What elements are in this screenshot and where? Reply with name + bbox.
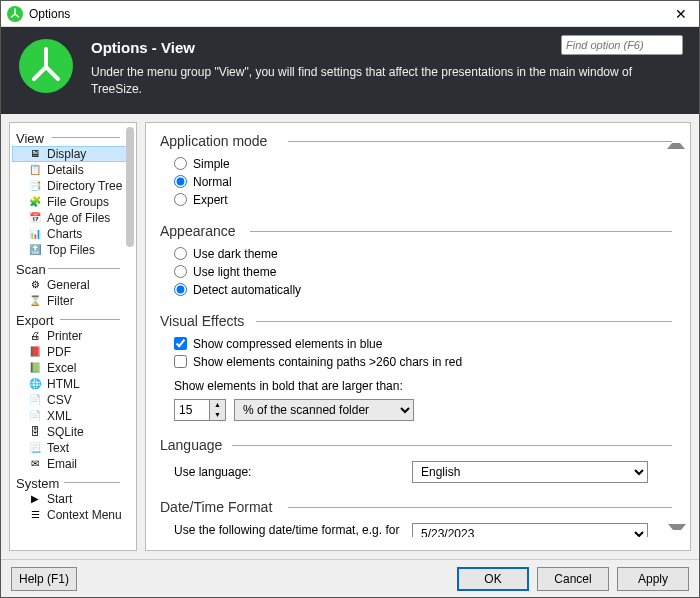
sidebar-group-system: System (12, 474, 134, 491)
header-description: Under the menu group "View", you will fi… (91, 64, 681, 98)
sidebar-item-xml[interactable]: 📄XML (12, 408, 134, 424)
ok-button[interactable]: OK (457, 567, 529, 591)
email-icon: ✉ (28, 457, 42, 471)
sidebar-item-printer[interactable]: 🖨Printer (12, 328, 134, 344)
sidebar-item-general[interactable]: ⚙General (12, 277, 134, 293)
sidebar-item-label: Printer (47, 329, 82, 343)
radio-appmode-expert[interactable] (174, 193, 187, 206)
sidebar-item-label: Directory Tree (47, 179, 122, 193)
content-panel: Application mode SimpleNormalExpert Appe… (145, 122, 691, 551)
sidebar-item-charts[interactable]: 📊Charts (12, 226, 134, 242)
radio-appearance-detect-automatically[interactable] (174, 283, 187, 296)
app-icon (7, 6, 23, 22)
radio-appmode-simple[interactable] (174, 157, 187, 170)
bold-unit-select[interactable]: % of the scanned folder (234, 399, 414, 421)
radio-appmode-normal[interactable] (174, 175, 187, 188)
radio-appearance-use-light-theme[interactable] (174, 265, 187, 278)
html-icon: 🌐 (28, 377, 42, 391)
section-language: Language Use language: English (160, 437, 672, 485)
close-button[interactable]: ✕ (669, 6, 693, 22)
radio-appearance-label-use-light-theme[interactable]: Use light theme (193, 265, 276, 279)
checkbox-longpath-red[interactable] (174, 355, 187, 368)
section-title-visual: Visual Effects (160, 313, 672, 329)
sidebar-item-label: CSV (47, 393, 72, 407)
header-icon (19, 39, 73, 93)
radio-appmode-label-normal[interactable]: Normal (193, 175, 232, 189)
charts-icon: 📊 (28, 227, 42, 241)
sidebar-item-text[interactable]: 📃Text (12, 440, 134, 456)
sidebar-item-directory-tree[interactable]: 📑Directory Tree (12, 178, 134, 194)
csv-icon: 📄 (28, 393, 42, 407)
spin-up[interactable]: ▲ (210, 400, 225, 410)
age-of-files-icon: 📅 (28, 211, 42, 225)
checkbox-longpath-red-label[interactable]: Show elements containing paths >260 char… (193, 355, 462, 369)
section-title-language: Language (160, 437, 672, 453)
text-icon: 📃 (28, 441, 42, 455)
header: Options - View Under the menu group "Vie… (1, 27, 699, 114)
top-files-icon: 🔝 (28, 243, 42, 257)
sqlite-icon: 🗄 (28, 425, 42, 439)
sidebar-item-pdf[interactable]: 📕PDF (12, 344, 134, 360)
button-bar: Help (F1) OK Cancel Apply (1, 559, 699, 597)
radio-appearance-use-dark-theme[interactable] (174, 247, 187, 260)
section-appearance: Appearance Use dark themeUse light theme… (160, 223, 672, 299)
sidebar-item-sqlite[interactable]: 🗄SQLite (12, 424, 134, 440)
sidebar-item-label: XML (47, 409, 72, 423)
datetime-label: Use the following date/time format, e.g.… (174, 523, 404, 537)
sidebar-item-label: Charts (47, 227, 82, 241)
sidebar-item-context-menu[interactable]: ☰Context Menu (12, 507, 134, 523)
sidebar-group-export: Export (12, 311, 134, 328)
sidebar-item-age-of-files[interactable]: 📅Age of Files (12, 210, 134, 226)
radio-appearance-label-use-dark-theme[interactable]: Use dark theme (193, 247, 278, 261)
sidebar-item-csv[interactable]: 📄CSV (12, 392, 134, 408)
radio-appmode-label-simple[interactable]: Simple (193, 157, 230, 171)
section-visual: Visual Effects Show compressed elements … (160, 313, 672, 423)
section-datetime: Date/Time Format Use the following date/… (160, 499, 672, 537)
sidebar-item-label: Context Menu (47, 508, 122, 522)
display-icon: 🖥 (28, 147, 42, 161)
general-icon: ⚙ (28, 278, 42, 292)
section-title-app-mode: Application mode (160, 133, 672, 149)
sidebar-item-label: Filter (47, 294, 74, 308)
sidebar-item-label: Excel (47, 361, 76, 375)
excel-icon: 📗 (28, 361, 42, 375)
datetime-select[interactable]: 5/23/2023 (412, 523, 648, 537)
sidebar-item-file-groups[interactable]: 🧩File Groups (12, 194, 134, 210)
checkbox-compressed-blue[interactable] (174, 337, 187, 350)
pdf-icon: 📕 (28, 345, 42, 359)
search-box[interactable]: ⌕ (561, 35, 683, 55)
bold-threshold-spinbox[interactable]: ▲ ▼ (174, 399, 226, 421)
section-title-appearance: Appearance (160, 223, 672, 239)
file-groups-icon: 🧩 (28, 195, 42, 209)
sidebar-item-label: Age of Files (47, 211, 110, 225)
directory-tree-icon: 📑 (28, 179, 42, 193)
sidebar-group-scan: Scan (12, 260, 134, 277)
checkbox-compressed-blue-label[interactable]: Show compressed elements in blue (193, 337, 382, 351)
sidebar-item-details[interactable]: 📋Details (12, 162, 134, 178)
apply-button[interactable]: Apply (617, 567, 689, 591)
language-label: Use language: (174, 465, 404, 479)
radio-appmode-label-expert[interactable]: Expert (193, 193, 228, 207)
sidebar-item-filter[interactable]: ⌛Filter (12, 293, 134, 309)
details-icon: 📋 (28, 163, 42, 177)
titlebar: Options ✕ (1, 1, 699, 27)
sidebar-item-email[interactable]: ✉Email (12, 456, 134, 472)
search-input[interactable] (566, 39, 700, 51)
spin-down[interactable]: ▼ (210, 410, 225, 420)
context-menu-icon: ☰ (28, 508, 42, 522)
sidebar-item-html[interactable]: 🌐HTML (12, 376, 134, 392)
sidebar-item-display[interactable]: 🖥Display (12, 146, 134, 162)
sidebar-item-label: Top Files (47, 243, 95, 257)
sidebar-item-start[interactable]: ▶Start (12, 491, 134, 507)
sidebar-item-excel[interactable]: 📗Excel (12, 360, 134, 376)
sidebar: View🖥Display📋Details📑Directory Tree🧩File… (9, 122, 137, 551)
help-button[interactable]: Help (F1) (11, 567, 77, 591)
sidebar-item-top-files[interactable]: 🔝Top Files (12, 242, 134, 258)
window-title: Options (29, 7, 669, 21)
cancel-button[interactable]: Cancel (537, 567, 609, 591)
bold-threshold-label: Show elements in bold that are larger th… (174, 379, 403, 393)
language-select[interactable]: English (412, 461, 648, 483)
bold-threshold-input[interactable] (175, 400, 209, 420)
sidebar-item-label: Email (47, 457, 77, 471)
radio-appearance-label-detect-automatically[interactable]: Detect automatically (193, 283, 301, 297)
